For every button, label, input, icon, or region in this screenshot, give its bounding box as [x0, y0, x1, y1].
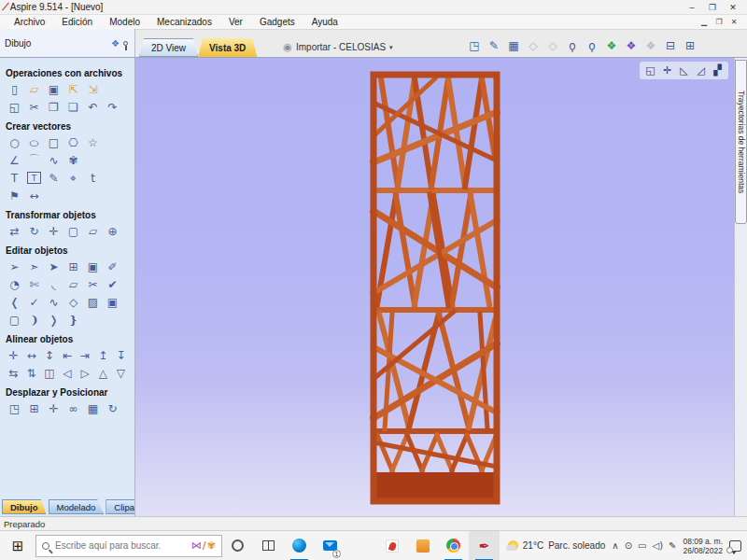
measure-icon[interactable]: ↔: [25, 188, 43, 203]
rotate-copy-icon[interactable]: ↻: [104, 400, 121, 416]
menu-edición[interactable]: Edición: [53, 17, 101, 27]
copy-icon[interactable]: ❐: [45, 99, 63, 115]
tab-3d-view[interactable]: Vista 3D: [198, 38, 257, 57]
volume-icon[interactable]: ◁): [652, 540, 663, 551]
menu-modelo[interactable]: Modelo: [101, 17, 148, 27]
align-bottom-icon[interactable]: ↧: [113, 347, 129, 363]
draw-star-icon[interactable]: ☆: [84, 134, 102, 150]
array-copy-icon[interactable]: ▦: [84, 400, 102, 416]
select-icon[interactable]: ➢: [6, 259, 23, 274]
space-vertical-icon[interactable]: ⇅: [23, 365, 39, 381]
trim-icon[interactable]: ✄: [25, 276, 43, 292]
nudge-right-icon[interactable]: ▷: [78, 365, 93, 381]
panel-tab-modelado[interactable]: Modelado: [49, 499, 105, 514]
action-center-icon[interactable]: [729, 540, 741, 552]
text-box-icon[interactable]: T: [27, 172, 41, 184]
chain-link-icon[interactable]: ∞: [64, 400, 82, 416]
draw-gear-icon[interactable]: ✾: [64, 152, 82, 168]
draw-polygon-icon[interactable]: ⎔: [64, 134, 82, 150]
close-vector-icon[interactable]: ◇: [64, 294, 82, 310]
draw-polyline-icon[interactable]: ∠: [6, 152, 23, 168]
mdi-minimize-button[interactable]: ▁: [697, 18, 712, 26]
swatch-icon[interactable]: ▣: [104, 294, 121, 310]
mdi-close-button[interactable]: ✕: [726, 18, 741, 26]
undo-icon[interactable]: ↶: [84, 99, 102, 115]
menu-mecanizados[interactable]: Mecanizados: [148, 17, 220, 27]
onedrive-icon[interactable]: ⊙: [625, 540, 632, 551]
shaded-view-icon[interactable]: ❖: [603, 37, 620, 54]
tile-a-icon[interactable]: ◇: [525, 37, 542, 54]
dimension-icon[interactable]: ⚑: [6, 188, 23, 203]
draw-circle-icon[interactable]: ○: [6, 134, 23, 150]
center-horizontal-icon[interactable]: ↔: [23, 347, 39, 363]
bracket-open-icon[interactable]: ❩: [25, 312, 43, 328]
weather-widget[interactable]: 21°C Parc. soleado: [508, 540, 606, 551]
search-input[interactable]: Escribe aquí para buscar. ⋈∕✾: [35, 535, 222, 557]
cut-icon[interactable]: ✂: [25, 99, 43, 115]
tile-b-icon[interactable]: ◇: [544, 37, 561, 54]
3d-viewport[interactable]: ◱✛◺◿▞: [135, 58, 734, 516]
menu-ver[interactable]: Ver: [220, 17, 251, 27]
menu-archivo[interactable]: Archivo: [6, 17, 53, 27]
cortana-taskbar-button[interactable]: [222, 531, 253, 560]
menu-gadgets[interactable]: Gadgets: [251, 17, 303, 27]
draw-text-icon[interactable]: T: [6, 170, 23, 186]
layout-view-icon[interactable]: ⊞: [682, 37, 698, 54]
grid-toggle-icon[interactable]: ▦: [505, 37, 522, 54]
text-spacing-icon[interactable]: t: [84, 170, 102, 186]
leaf-view-icon[interactable]: ❖: [642, 37, 659, 54]
redo-icon[interactable]: ↷: [104, 99, 121, 115]
text-select-icon[interactable]: ▣: [84, 259, 102, 274]
panel-window-icon[interactable]: ❖: [111, 38, 120, 49]
aspire-taskbar-button[interactable]: ✒: [469, 531, 500, 560]
app-red-taskbar-button[interactable]: [376, 531, 407, 560]
paste-icon[interactable]: ❏: [64, 99, 82, 115]
tray-expand-icon[interactable]: ∧: [612, 540, 618, 551]
center-pair-icon[interactable]: ◫: [41, 365, 57, 381]
minimize-button[interactable]: –: [682, 3, 702, 12]
view-x-icon[interactable]: ◺: [677, 63, 691, 77]
start-button[interactable]: ⊞: [0, 531, 35, 560]
align-right-icon[interactable]: ⇥: [78, 347, 93, 363]
draw-curve-icon[interactable]: ∿: [45, 152, 63, 168]
import-dropdown[interactable]: ◉ Importar - CELOSIAS ▾: [283, 41, 392, 53]
fillet-icon[interactable]: ◟: [45, 276, 63, 292]
move-icon[interactable]: ✛: [45, 223, 63, 239]
scale-icon[interactable]: ▢: [64, 223, 82, 239]
mail-taskbar-button[interactable]: 1: [315, 531, 345, 560]
clock[interactable]: 08:09 a. m. 26/08/2022: [683, 537, 723, 555]
split-view-icon[interactable]: ⊟: [662, 37, 679, 54]
grid-position-icon[interactable]: ⊞: [25, 400, 43, 416]
toolpaths-tab[interactable]: Trayectorias de herramientas: [735, 60, 747, 224]
zoom-drawing-icon[interactable]: ◳: [466, 37, 483, 54]
mirror-icon[interactable]: ⇄: [6, 223, 23, 239]
measure-tool-icon[interactable]: ⊞: [64, 259, 82, 274]
import-icon[interactable]: ⇲: [84, 81, 102, 97]
bracket-curly-icon[interactable]: ❵: [64, 312, 82, 328]
new-file-icon[interactable]: ▯: [6, 81, 23, 97]
restore-button[interactable]: ❐: [702, 3, 723, 12]
panel-tab-dibujo[interactable]: Dibujo: [2, 499, 47, 514]
edge-taskbar-button[interactable]: [284, 531, 315, 560]
celosia-panel-model[interactable]: [370, 71, 500, 505]
eraser-icon[interactable]: ▱: [64, 276, 82, 292]
zoom-selection-icon[interactable]: ϙ: [584, 37, 600, 54]
battery-icon[interactable]: ▭: [638, 540, 646, 551]
view-z-icon[interactable]: ▞: [711, 63, 725, 77]
multi-view-icon[interactable]: ❖: [623, 37, 640, 54]
round-corner-icon[interactable]: ▢: [6, 312, 23, 328]
menu-ayuda[interactable]: Ayuda: [303, 17, 346, 27]
chrome-taskbar-button[interactable]: [438, 531, 469, 560]
iso-view-icon[interactable]: ◱: [643, 63, 657, 77]
validate-icon[interactable]: ✔: [104, 276, 121, 292]
pin-icon[interactable]: [123, 41, 128, 46]
fit-arc-icon[interactable]: ❬: [6, 294, 23, 310]
interactive-edit-icon[interactable]: ➤: [45, 259, 63, 274]
bracket-angle-icon[interactable]: ❭: [45, 312, 63, 328]
draw-arc-icon[interactable]: ⌒: [25, 152, 43, 168]
open-file-icon[interactable]: ▱: [25, 81, 43, 97]
nest-objects-icon[interactable]: ◳: [6, 400, 23, 416]
edit-text-icon[interactable]: ✎: [45, 170, 63, 186]
view-y-icon[interactable]: ◿: [694, 63, 708, 77]
tab-2d-view[interactable]: 2D View: [139, 38, 198, 57]
